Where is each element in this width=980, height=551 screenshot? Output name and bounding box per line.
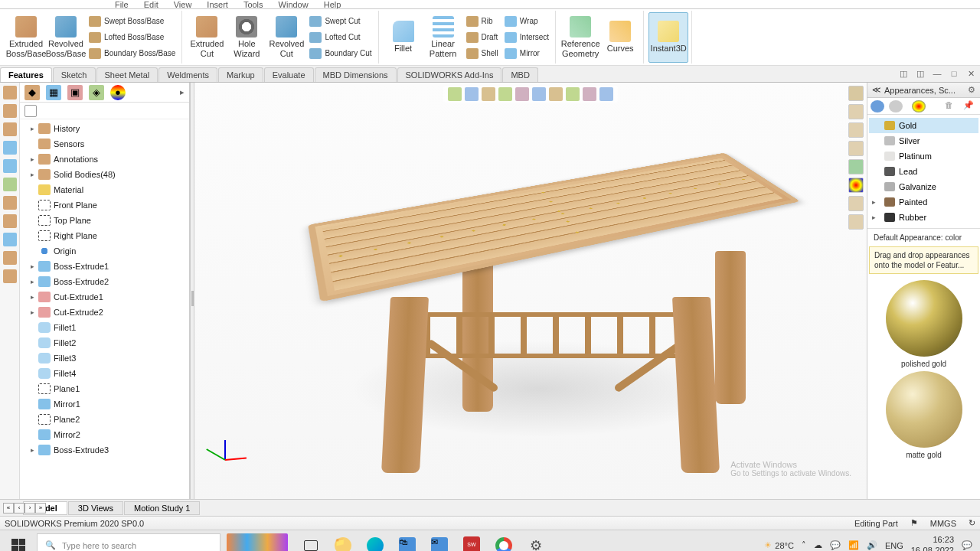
ribbon-mirror[interactable]: Mirror xyxy=(501,46,552,61)
ribbon-shell[interactable]: Shell xyxy=(463,46,501,61)
tree-item-mirror1[interactable]: Mirror1 xyxy=(20,396,189,412)
tray-lang[interactable]: ENG xyxy=(885,541,903,550)
tree-item-fillet2[interactable]: Fillet2 xyxy=(20,335,189,350)
command-tab-features[interactable]: Features xyxy=(0,67,52,82)
ribbon-instant3d[interactable]: Instant3D xyxy=(648,12,688,63)
gear-icon[interactable]: ⚙ xyxy=(968,85,975,95)
status-units[interactable]: MMGS xyxy=(930,519,956,528)
tree-item-origin[interactable]: Origin xyxy=(20,243,189,259)
ribbon-fillet[interactable]: Fillet xyxy=(384,12,423,63)
panel-pin-icon[interactable]: ≪ xyxy=(872,85,881,95)
menu-insert[interactable]: Insert xyxy=(207,0,228,9)
command-tab-mbd-dimensions[interactable]: MBD Dimensions xyxy=(315,67,397,82)
app-back-icon[interactable] xyxy=(871,100,884,112)
left-tool-9[interactable] xyxy=(3,233,17,246)
appearance-gold[interactable]: Gold xyxy=(869,118,978,133)
app-delete-icon[interactable]: 🗑 xyxy=(945,100,959,112)
app-ball-icon[interactable] xyxy=(912,100,926,112)
left-tool-8[interactable] xyxy=(3,214,17,228)
ribbon-revolved-boss-base[interactable]: RevolvedBoss/Base xyxy=(46,12,86,63)
tree-item-mirror2[interactable]: Mirror2 xyxy=(20,427,189,442)
tree-tab-more-icon[interactable]: ▸ xyxy=(180,87,185,97)
tree-item-boss-extrude1[interactable]: ▸Boss-Extrude1 xyxy=(20,259,189,274)
viewport[interactable]: Activate Windows Go to Settings to activ… xyxy=(194,83,867,499)
appearance-lead[interactable]: Lead xyxy=(869,164,978,179)
appearance-platinum[interactable]: Platinum xyxy=(869,148,978,164)
appearance-previews[interactable]: polished gold matte gold xyxy=(867,276,980,499)
command-tab-evaluate[interactable]: Evaluate xyxy=(264,67,314,82)
nav-last-icon[interactable]: » xyxy=(35,503,46,514)
ribbon-hole-wizard[interactable]: HoleWizard xyxy=(227,12,266,63)
command-tab-sheet-metal[interactable]: Sheet Metal xyxy=(96,67,158,82)
command-tab-weldments[interactable]: Weldments xyxy=(158,67,217,82)
menu-window[interactable]: Window xyxy=(279,0,309,9)
command-tab-sketch[interactable]: Sketch xyxy=(53,67,96,82)
appearance-galvanize[interactable]: Galvanize xyxy=(869,179,978,194)
ribbon-lofted-cut[interactable]: Lofted Cut xyxy=(306,30,374,45)
tab-motion-study[interactable]: Motion Study 1 xyxy=(124,501,200,515)
tree-item-sensors[interactable]: Sensors xyxy=(20,136,189,152)
status-rebuild-icon[interactable]: ↻ xyxy=(969,518,975,528)
taskpane-forum-icon[interactable] xyxy=(848,214,864,230)
left-tool-3[interactable] xyxy=(3,122,17,136)
tree-item-plane2[interactable]: Plane2 xyxy=(20,412,189,427)
menu-help[interactable]: Help xyxy=(324,0,341,9)
left-tool-2[interactable] xyxy=(3,104,17,118)
ribbon-reference-geometry[interactable]: ReferenceGeometry xyxy=(560,12,600,63)
task-view-icon[interactable] xyxy=(296,533,326,552)
ribbon-rib[interactable]: Rib xyxy=(463,14,501,29)
tray-wifi-icon[interactable]: 📶 xyxy=(848,540,859,550)
weather-widget[interactable]: ☀28°C xyxy=(764,540,794,550)
appearances-tree[interactable]: GoldSilverPlatinumLeadGalvanize▸Painted▸… xyxy=(867,115,980,228)
orientation-triad[interactable] xyxy=(217,430,256,468)
appearance-silver[interactable]: Silver xyxy=(869,133,978,148)
tree-item-solid-bodies-48-[interactable]: ▸Solid Bodies(48) xyxy=(20,167,189,182)
nav-next-icon[interactable]: › xyxy=(24,503,35,514)
taskbar-store-icon[interactable]: 🛍 xyxy=(392,533,423,552)
taskbar-settings-icon[interactable]: ⚙ xyxy=(521,533,551,552)
tree-item-top-plane[interactable]: Top Plane xyxy=(20,213,189,228)
tree-item-history[interactable]: ▸History xyxy=(20,121,189,136)
tree-item-boss-extrude3[interactable]: ▸Boss-Extrude3 xyxy=(20,442,189,458)
command-tab-mbd[interactable]: MBD xyxy=(502,67,537,82)
search-input[interactable]: 🔍 Type here to search xyxy=(37,533,220,552)
tree-tab-display-icon[interactable]: ● xyxy=(110,85,126,100)
taskbar-scenic[interactable] xyxy=(227,533,288,552)
ribbon-boundary-cut[interactable]: Boundary Cut xyxy=(306,46,374,61)
filter-icon[interactable] xyxy=(24,105,37,117)
doc-max-icon[interactable]: □ xyxy=(948,67,960,80)
nav-first-icon[interactable]: « xyxy=(3,503,14,514)
taskpane-resources-icon[interactable] xyxy=(848,104,864,119)
left-tool-1[interactable] xyxy=(3,86,17,99)
tree-item-fillet4[interactable]: Fillet4 xyxy=(20,366,189,381)
app-fwd-icon[interactable] xyxy=(889,100,903,112)
menu-view[interactable]: View xyxy=(174,0,192,9)
menu-edit[interactable]: Edit xyxy=(144,0,158,9)
ribbon-wrap[interactable]: Wrap xyxy=(501,14,552,29)
tab-3d-views[interactable]: 3D Views xyxy=(68,501,123,515)
tree-tab-feature-icon[interactable]: ◆ xyxy=(24,85,40,100)
left-tool-4[interactable] xyxy=(3,141,17,155)
doc-prev-icon[interactable]: ◫ xyxy=(897,67,910,80)
feature-tree[interactable]: ▸HistorySensors▸Annotations▸Solid Bodies… xyxy=(20,119,189,499)
appearance-rubber[interactable]: ▸Rubber xyxy=(869,210,978,225)
command-tab-markup[interactable]: Markup xyxy=(218,67,263,82)
left-tool-5[interactable] xyxy=(3,159,17,173)
tree-item-front-plane[interactable]: Front Plane xyxy=(20,197,189,213)
taskbar-solidworks-icon[interactable]: SW xyxy=(456,533,487,552)
ribbon-intersect[interactable]: Intersect xyxy=(501,30,552,45)
tree-item-plane1[interactable]: Plane1 xyxy=(20,381,189,396)
preview-matte-gold[interactable] xyxy=(886,371,962,448)
app-pin-icon[interactable]: 📌 xyxy=(963,100,977,112)
preview-polished-gold[interactable] xyxy=(886,280,962,357)
taskpane-file-explorer-icon[interactable] xyxy=(848,141,864,156)
tray-clock[interactable]: 16:2316-08-2022 xyxy=(911,535,954,551)
ribbon-linear-pattern[interactable]: LinearPattern xyxy=(423,12,463,63)
taskbar-explorer-icon[interactable]: 📁 xyxy=(328,533,358,552)
left-tool-7[interactable] xyxy=(3,196,17,210)
doc-close-icon[interactable]: ✕ xyxy=(965,67,977,80)
left-tool-6[interactable] xyxy=(3,178,17,191)
ribbon-lofted-boss-base[interactable]: Lofted Boss/Base xyxy=(86,30,178,45)
menu-tools[interactable]: Tools xyxy=(243,0,263,9)
tray-onedrive-icon[interactable]: ☁ xyxy=(814,540,822,550)
